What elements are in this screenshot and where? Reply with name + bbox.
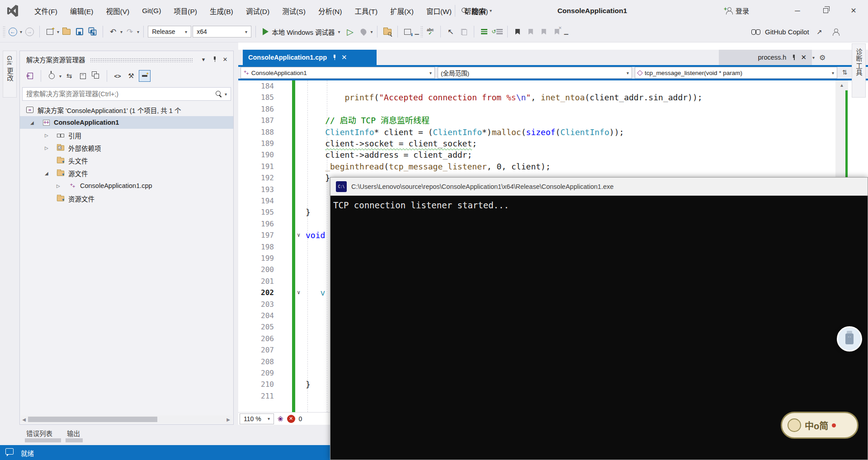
title-search[interactable]: 搜索 ▾ (452, 0, 492, 21)
chevron-down-icon[interactable]: ▾ (490, 8, 492, 13)
tree-item-头文件[interactable]: ▼头文件 (20, 154, 233, 167)
editor-health-icon[interactable]: ❀ (278, 415, 283, 423)
horizontal-scrollbar[interactable]: ◀ ▶ (21, 415, 232, 423)
redo-button[interactable]: ↷ (124, 26, 136, 38)
tab-diagnostic-tools[interactable]: 诊断工具 (852, 43, 866, 98)
menu-项目P[interactable]: 项目(P) (167, 0, 203, 21)
pending-changes-filter-icon[interactable] (46, 70, 57, 82)
chevron-down-icon[interactable]: ▾ (59, 74, 61, 79)
save-all-button[interactable] (87, 26, 99, 38)
tab-error-list[interactable]: 错误列表 (26, 428, 52, 438)
scroll-left-icon[interactable]: ◀ (21, 417, 27, 422)
view-code-icon[interactable]: <> (112, 70, 123, 82)
collapsed-chevron-icon[interactable]: ▷ (57, 183, 60, 188)
fold-chevron-icon[interactable]: ∨ (297, 287, 300, 298)
select-tool-button[interactable]: ↖ (445, 26, 457, 38)
configuration-dropdown[interactable]: Release▾ (148, 26, 191, 38)
menu-视图V[interactable]: 视图(V) (99, 0, 136, 21)
menu-测试S[interactable]: 测试(S) (276, 0, 312, 21)
navigate-back-button[interactable]: ← (7, 26, 19, 38)
close-panel-button[interactable]: ✕ (220, 54, 231, 65)
usb-floating-button[interactable] (837, 326, 862, 352)
chevron-down-icon[interactable]: ▾ (57, 29, 59, 34)
toolbar-grip[interactable] (420, 26, 423, 38)
solution-explorer-header[interactable]: 解决方案资源管理器 ▾ ✕ (20, 51, 233, 67)
start-without-debug-button[interactable]: ▷ (344, 26, 356, 38)
search-label[interactable]: 搜索 (472, 5, 486, 16)
chevron-down-icon[interactable]: ▾ (371, 29, 373, 34)
menu-调试D[interactable]: 调试(D) (240, 0, 276, 21)
tree-item-ConsoleApplication1[interactable]: ◢++ConsoleApplication1 (20, 116, 233, 129)
settings-gear-icon[interactable]: ⚙ (819, 53, 826, 62)
bookmark-next-button[interactable] (538, 26, 550, 38)
minimize-button[interactable]: ─ (784, 0, 811, 21)
paste-button[interactable] (458, 26, 470, 38)
share-icon[interactable]: ↗ (814, 26, 826, 38)
menu-扩展X[interactable]: 扩展(X) (384, 0, 420, 21)
collapse-all-icon[interactable]: − (77, 70, 89, 82)
find-in-files-button[interactable] (382, 26, 393, 38)
split-editor-icon[interactable]: ⇅ (842, 69, 848, 76)
tab-git-changes[interactable]: Git 更改 (3, 51, 17, 98)
navigate-forward-button[interactable]: → (24, 26, 35, 38)
fold-chevron-icon[interactable]: ∨ (297, 230, 300, 241)
console-title-bar[interactable]: C:\ C:\Users\Lenovo\source\repos\Console… (330, 178, 868, 196)
tree-item-资源文件[interactable]: ▼资源文件 (20, 192, 233, 205)
drag-texture[interactable] (90, 58, 194, 62)
properties-wrench-icon[interactable]: ⚒ (125, 70, 137, 82)
collapsed-chevron-icon[interactable]: ▷ (45, 146, 48, 150)
expanded-chevron-icon[interactable]: ◢ (30, 120, 34, 125)
tab-process-h[interactable]: process.h ✕ (719, 50, 812, 65)
preview-selected-items-icon[interactable]: ✦ (139, 70, 151, 82)
tab-list-chevron-icon[interactable]: ▾ (812, 55, 815, 60)
window-position-button[interactable]: ▾ (198, 54, 209, 65)
zoom-level-dropdown[interactable]: 110 % ▾ (240, 413, 274, 424)
tab-consoleapplication1-cpp[interactable]: ConsoleApplication1.cpp ✕ (243, 50, 377, 65)
platform-dropdown[interactable]: x64▾ (193, 26, 251, 38)
chevron-down-icon[interactable]: ▾ (120, 29, 123, 34)
menu-GitG[interactable]: Git(G) (136, 0, 167, 21)
format-undo-button[interactable]: ↺ (491, 26, 503, 38)
tree-item-源文件[interactable]: ◢▼源文件 (20, 167, 233, 179)
menu-工具T[interactable]: 工具(T) (348, 0, 384, 21)
feedback-person-icon[interactable] (830, 26, 842, 38)
search-input[interactable] (26, 90, 216, 98)
tree-item-引用[interactable]: ▷引用 (20, 129, 233, 141)
scrollbar-thumb[interactable] (28, 417, 157, 422)
bookmark-previous-button[interactable] (525, 26, 537, 38)
collapsed-chevron-icon[interactable]: ▷ (45, 133, 48, 138)
bookmark-toggle-button[interactable] (512, 26, 524, 38)
bookmark-clear-button[interactable]: ✕ (551, 26, 563, 38)
spell-check-button[interactable]: abc✓ (425, 26, 436, 38)
switch-views-icon[interactable]: ⊳ (24, 70, 36, 82)
tree-item-解决方案-ConsoleApplication1-1-个项目-共-1-个[interactable]: ∞解决方案 'ConsoleApplication1' (1 个项目, 共 1 … (20, 103, 233, 116)
tree-item-外部依赖项[interactable]: ▷↗外部依赖项 (20, 141, 233, 154)
member-dropdown[interactable]: tcp_message_listener(void * param) ▾ (635, 67, 837, 79)
menu-编辑E[interactable]: 编辑(E) (64, 0, 100, 21)
toolbar-grip[interactable] (3, 26, 5, 38)
expanded-chevron-icon[interactable]: ◢ (45, 171, 48, 176)
properties-icon[interactable] (90, 70, 102, 82)
menu-文件F[interactable]: 文件(F) (28, 0, 64, 21)
start-debug-button[interactable]: 本地 Windows 调试器 ▾ (260, 27, 343, 37)
solution-window-button[interactable]: ⬇ (402, 26, 414, 38)
error-indicator-icon[interactable]: ✕ (287, 415, 295, 423)
tree-item-ConsoleApplication1.cpp[interactable]: ▷⁺₊ConsoleApplication1.cpp (20, 179, 233, 192)
copilot-label[interactable]: GitHub Copilot (765, 28, 809, 36)
close-tab-icon[interactable]: ✕ (341, 53, 347, 61)
search-icon[interactable] (216, 91, 222, 97)
save-button[interactable] (74, 26, 85, 38)
sign-in-button[interactable]: + 登录 (726, 0, 749, 21)
open-file-button[interactable] (61, 26, 72, 38)
chevron-down-icon[interactable]: ▾ (20, 29, 22, 34)
close-tab-icon[interactable]: ✕ (801, 53, 807, 61)
scope-dropdown[interactable]: (全局范围) ▾ (438, 67, 632, 79)
format-indent-button[interactable] (478, 26, 490, 38)
solution-explorer-search[interactable]: ▾ (22, 87, 231, 101)
project-dropdown[interactable]: ⁺₊ ConsoleApplication1 ▾ (241, 67, 435, 79)
pin-button[interactable] (209, 54, 220, 65)
scroll-up-icon[interactable]: ▲ (835, 80, 848, 89)
menu-生成B[interactable]: 生成(B) (203, 0, 240, 21)
restore-button[interactable] (812, 0, 839, 21)
scroll-right-icon[interactable]: ▶ (225, 417, 231, 422)
